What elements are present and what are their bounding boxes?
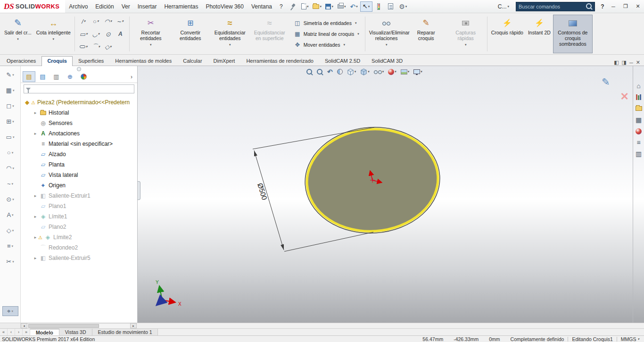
menu-ver[interactable]: Ver [118,0,134,13]
left-toolbar-button[interactable] [2,225,18,235]
panel-splitter-handle[interactable] [138,181,140,200]
scroll-left-button[interactable] [21,323,27,328]
chevron-down-icon[interactable] [98,32,100,36]
chevron-down-icon[interactable] [84,19,86,23]
menu-ventana[interactable]: Ventana [248,0,276,13]
chevron-down-icon[interactable] [343,43,345,47]
trim-entities-button[interactable]: Recortar entidades [131,15,171,53]
menu-ayuda[interactable]: ? [276,0,287,13]
cancel-sketch-icon[interactable] [620,91,629,103]
search-icon[interactable] [586,3,592,9]
minimize-button[interactable] [607,1,619,12]
units-selector[interactable]: MMGS [621,336,639,342]
tree-item-limite1[interactable]: Límite1 [21,211,137,222]
slot-tool-button[interactable] [78,41,90,53]
linear-sketch-pattern-button[interactable]: Matriz lineal de croquis [291,29,362,39]
home-icon[interactable] [634,81,644,91]
tab-estudio-movimiento[interactable]: Estudio de movimiento 1 [92,329,158,335]
tree-item-plano2[interactable]: Plano2 [21,222,137,232]
polygon-tool-button[interactable] [102,41,114,53]
chevron-down-icon[interactable] [421,70,422,74]
tree-item-plano1[interactable]: Plano1 [21,201,137,211]
open-button[interactable] [311,1,323,12]
expand-icon[interactable] [33,193,38,198]
left-toolbar-button[interactable] [2,179,18,189]
left-toolbar-button[interactable] [2,117,18,126]
rebuild-button[interactable] [372,1,385,12]
menu-insertar[interactable]: Insertar [134,0,161,13]
file-properties-button[interactable] [385,1,397,12]
left-toolbar-button[interactable] [2,241,18,251]
previous-tab-button[interactable] [8,329,15,335]
search-input[interactable] [519,4,586,9]
expand-icon[interactable] [33,131,38,136]
tab-operaciones[interactable]: Operaciones [1,56,41,66]
save-button[interactable] [323,1,336,12]
chevron-down-icon[interactable] [408,70,410,74]
tree-item-vista-lateral[interactable]: Vista lateral [21,170,137,180]
tab-vistas-3d[interactable]: Vistas 3D [59,329,92,335]
exit-sketch-corner-icon[interactable] [602,76,610,88]
panel-resize-handle[interactable] [21,66,137,71]
shaded-sketch-contours-button[interactable]: Contornos de croquis sombreados [553,15,593,53]
instant-2d-button[interactable]: Instant 2D [526,15,553,53]
propertymanager-tab[interactable] [36,71,49,82]
chevron-down-icon[interactable] [395,70,396,74]
tree-item-saliente-extruir5[interactable]: Saliente-Extruir5 [21,253,137,263]
expand-icon[interactable] [33,214,38,219]
fillet-tool-button[interactable] [90,41,102,53]
menu-herramientas[interactable]: Herramientas [160,0,202,13]
offset-on-surface-button[interactable]: Equidistanciar en superficie [250,15,289,53]
section-view-button[interactable] [337,69,343,75]
options-button[interactable] [397,1,409,12]
tab-modelo[interactable]: Modelo [30,329,59,335]
hide-show-items-button[interactable] [374,70,384,74]
first-tab-button[interactable] [0,329,8,335]
forum-icon[interactable] [634,149,644,158]
view-orientation-button[interactable] [347,68,356,75]
appearances-icon[interactable] [634,126,644,136]
tree-item-material[interactable]: Material <sin especificar> [21,139,137,149]
close-button[interactable] [632,1,644,12]
chevron-down-icon[interactable] [382,70,384,74]
left-toolbar-button[interactable] [2,101,18,111]
point-tool-button[interactable] [102,28,114,40]
pane-left-icon[interactable] [614,59,619,66]
scrollbar-thumb[interactable] [28,324,99,328]
zoom-fit-button[interactable] [306,69,313,75]
tab-solidcam-3d[interactable]: SolidCAM 3D [366,56,408,66]
tab-herramientas-moldes[interactable]: Herramientas de moldes [109,56,177,66]
undo-button[interactable] [348,1,360,12]
tab-croquis[interactable]: Croquis [41,56,73,66]
chevron-down-icon[interactable] [110,45,112,49]
document-minimize-icon[interactable] [629,60,633,66]
chevron-down-icon[interactable] [98,45,100,49]
tree-item-saliente-extruir1[interactable]: Saliente-Extruir1 [21,191,137,201]
chevron-down-icon[interactable] [97,19,99,23]
circle-tool-button[interactable] [90,15,102,27]
left-toolbar-button[interactable] [2,210,18,220]
rapid-sketch-button[interactable]: Croquis rápido [489,15,526,53]
file-explorer-icon[interactable] [634,104,644,113]
edit-appearance-button[interactable] [388,69,396,75]
chevron-down-icon[interactable] [110,19,112,23]
exit-sketch-button[interactable]: Salir del cr... [2,15,34,53]
display-delete-relations-button[interactable]: Visualizar/Eliminar relaciones [367,15,406,53]
left-toolbar-button[interactable] [2,70,18,80]
left-toolbar-button[interactable] [2,85,18,95]
tree-item-sensores[interactable]: Sensores [21,118,137,128]
convert-entities-button[interactable]: Convertir entidades [171,15,210,53]
configurationmanager-tab[interactable] [50,71,63,82]
horizontal-scrollbar[interactable] [27,323,130,328]
design-library-icon[interactable] [634,92,644,102]
tree-item-limite2[interactable]: Límite2 [21,232,137,242]
scroll-right-button[interactable] [130,323,137,328]
pin-menu-icon[interactable] [289,2,297,11]
restore-button[interactable] [619,1,632,12]
document-close-icon[interactable] [636,59,640,66]
last-tab-button[interactable] [23,329,30,335]
previous-view-button[interactable] [327,68,333,75]
featuremanager-tab[interactable] [23,71,35,82]
tree-filter-input[interactable] [33,86,132,92]
dimxpertmanager-tab[interactable] [64,71,76,82]
